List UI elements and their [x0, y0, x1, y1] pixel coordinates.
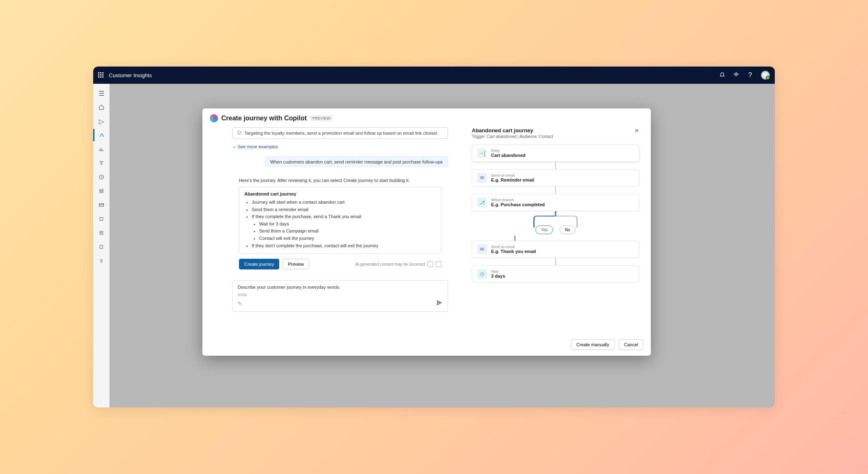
ai-disclaimer-text: AI-generated content may be incorrect [355, 262, 425, 267]
chat-column: Targeting the loyalty members, send a pr… [210, 127, 464, 330]
branch-yes[interactable]: Yes [535, 225, 553, 234]
topbar: Customer Insights ? [93, 67, 775, 84]
branch-no[interactable]: No [560, 225, 576, 234]
svg-point-0 [735, 74, 737, 76]
nav-mail-icon[interactable] [93, 199, 110, 211]
flow-value: E.g. Purchase completed [491, 202, 545, 207]
branch-icon: ⎇ [477, 198, 487, 207]
svg-rect-5 [100, 218, 103, 221]
journey-bullet: Send them a reminder email [252, 206, 436, 214]
journey-title: Abandoned cart journey [244, 191, 436, 196]
content-area: Create journey with Copilot PREVIEW Targ… [110, 84, 775, 407]
create-journey-button[interactable]: Create journey [239, 259, 279, 269]
flow-value: E.g. Thank you email [491, 249, 536, 254]
flow-value: E.g. Reminder email [491, 177, 534, 182]
help-icon[interactable]: ? [747, 72, 753, 78]
suggestion-icon [237, 130, 242, 136]
preview-button[interactable]: Preview [282, 259, 309, 269]
ai-intro-text: Here's the journey. After reviewing it, … [239, 178, 441, 183]
nav-menu-icon[interactable]: ☰ [93, 87, 110, 99]
chevron-down-icon: ⌄ [232, 144, 236, 149]
app-window: Customer Insights ? ☰ ▷ [93, 67, 775, 407]
email-icon: ✉ [477, 173, 487, 183]
left-nav: ☰ ▷ [93, 84, 110, 407]
flow-node-email[interactable]: ✉ Send an email E.g. Thank you email [472, 241, 639, 258]
flow-connector [555, 186, 556, 194]
nav-play-icon[interactable]: ▷ [93, 115, 110, 127]
modal-title: Create journey with Copilot [221, 115, 307, 122]
journey-bullet: If they complete the purchase, send a Th… [252, 213, 436, 242]
nav-box-icon[interactable] [93, 213, 110, 225]
suggestion-text: Targeting the loyalty members, send a pr… [244, 131, 438, 136]
journey-subbullet: Wait for 3 days [259, 221, 436, 228]
nav-form-icon[interactable] [93, 227, 110, 239]
settings-icon[interactable] [733, 72, 739, 78]
flow-label: Send an email [491, 245, 536, 249]
preview-title: Abandoned cart journey [472, 127, 553, 133]
cancel-button[interactable]: Cancel [619, 339, 643, 350]
preview-subtitle: Trigger: Cart abandoned | Audience: Cont… [472, 134, 553, 139]
create-manually-button[interactable]: Create manually [571, 339, 615, 350]
app-title: Customer Insights [109, 72, 152, 78]
flow-node-branch[interactable]: ⎇ If/then branch E.g. Purchase completed [472, 194, 639, 211]
journey-bullet: If they don't complete the purchase, con… [252, 242, 436, 250]
email-icon: ✉ [477, 244, 487, 254]
close-icon[interactable]: ✕ [634, 127, 639, 134]
flow-node-entry[interactable]: →] Entry Cart abandoned [472, 145, 639, 162]
thumbs-up-icon[interactable] [427, 261, 433, 267]
prompt-input-box: Describe your customer journey in everyd… [232, 280, 448, 312]
prompt-label: Describe your customer journey in everyd… [238, 285, 443, 290]
flow-node-wait[interactable]: ◷ Wait 3 days [472, 265, 639, 283]
flow-connector [555, 162, 556, 169]
flow-label: Send an email [491, 173, 534, 177]
nav-layers-icon[interactable] [93, 185, 110, 197]
notifications-icon[interactable] [719, 72, 726, 78]
svg-point-7 [238, 131, 241, 135]
flow-connector [555, 258, 556, 265]
flow-value: Cart abandoned [491, 153, 526, 158]
edit-icon[interactable]: ✎ [238, 301, 242, 306]
journey-subbullet: Send them a Campaign email [259, 228, 436, 235]
thumbs-down-icon[interactable] [436, 261, 441, 267]
branch-connector: Yes No [472, 211, 639, 236]
wait-icon: ◷ [477, 269, 487, 279]
journey-summary: Abandoned cart journey Journey will star… [239, 187, 441, 254]
create-journey-modal: Create journey with Copilot PREVIEW Targ… [202, 108, 651, 356]
nav-home-icon[interactable] [93, 101, 110, 113]
send-icon[interactable] [436, 299, 443, 307]
ai-response-card: Here's the journey. After reviewing it, … [232, 172, 448, 274]
nav-book-icon[interactable] [93, 241, 110, 253]
prompt-counter: 0/500 [238, 293, 443, 297]
user-message: When customers abandon cart, send remind… [265, 156, 448, 167]
flow-label: Wait [491, 269, 505, 274]
svg-rect-2 [100, 189, 103, 191]
journey-bullet-text: If they complete the purchase, send a Th… [252, 214, 361, 219]
preview-badge: PREVIEW [310, 115, 333, 121]
nav-history-icon[interactable] [93, 171, 110, 183]
flow-node-email[interactable]: ✉ Send an email E.g. Reminder email [472, 169, 639, 186]
flow-label: If/then branch [491, 198, 545, 202]
nav-journeys-icon[interactable] [93, 129, 110, 141]
journey-preview-panel: Abandoned cart journey Trigger: Cart aba… [464, 127, 643, 330]
flow-connector [514, 236, 515, 241]
see-more-label: See more examples [238, 144, 278, 149]
journey-bullet: Journey will start when a contact abando… [252, 199, 436, 206]
flow-value: 3 days [491, 274, 505, 278]
entry-icon: →] [477, 148, 487, 158]
app-launcher-icon[interactable] [98, 72, 104, 78]
suggestion-chip[interactable]: Targeting the loyalty members, send a pr… [232, 127, 448, 139]
nav-filter-icon[interactable] [93, 157, 110, 169]
user-avatar[interactable] [761, 71, 770, 80]
nav-chart-icon[interactable] [93, 143, 110, 155]
flow-label: Entry [491, 149, 526, 153]
copilot-icon [210, 114, 218, 122]
journey-subbullet: Contact will exit the journey [259, 235, 436, 242]
nav-list-icon[interactable] [93, 255, 110, 267]
svg-rect-3 [100, 191, 103, 193]
see-more-examples[interactable]: ⌄ See more examples [232, 144, 448, 149]
